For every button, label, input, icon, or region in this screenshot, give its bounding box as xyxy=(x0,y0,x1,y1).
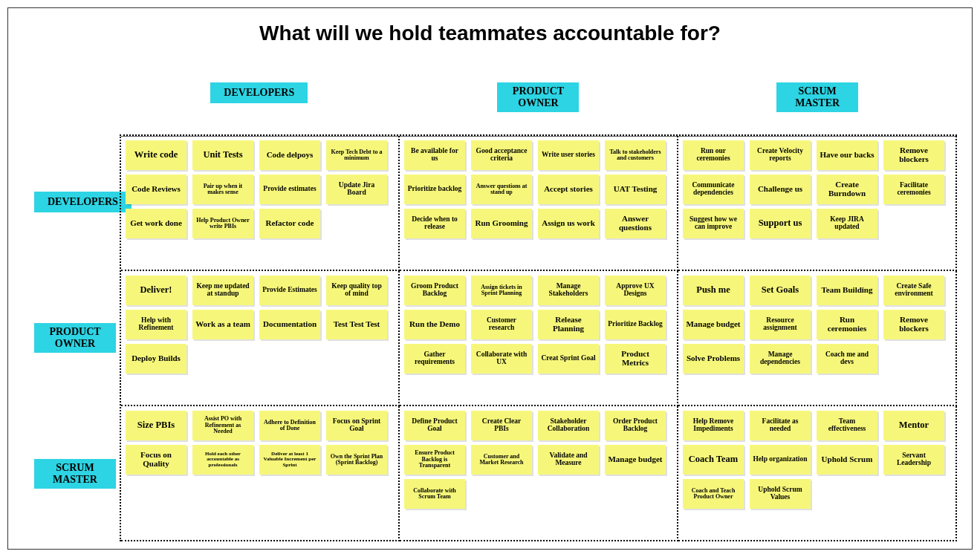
sticky-note: Deploy Builds xyxy=(126,344,186,374)
cell-sm-sm: Help Remove ImpedimentsFacilitate as nee… xyxy=(678,406,957,541)
sticky-note: Have our backs xyxy=(817,140,877,170)
sticky-note: Write user stories xyxy=(538,140,599,170)
diagram-title: What will we hold teammates accountable … xyxy=(8,22,972,45)
cell-sm-po: Define Product GoalCreate Clear PBIsStak… xyxy=(400,406,678,541)
sticky-note: Assign tickets in Sprint Planning xyxy=(471,276,532,305)
cell-sm-dev: Size PBIsAssist PO with Refinement as Ne… xyxy=(121,406,400,541)
sticky-note: Keep JIRA updated xyxy=(817,209,877,238)
sticky-note: Challenge us xyxy=(750,175,811,204)
row-header-label: PRODUCTOWNER xyxy=(34,323,116,353)
sticky-note: Remove blockers xyxy=(883,310,944,339)
sticky-note: Manage budget xyxy=(605,445,666,475)
sticky-note: Customer and Market Research xyxy=(471,445,532,475)
col-header-label: PRODUCTOWNER xyxy=(497,82,579,112)
sticky-note: Focus on Quality xyxy=(126,445,186,475)
sticky-note: Coach and Teach Product Owner xyxy=(683,479,744,509)
col-header-developers: DEVELOPERS xyxy=(120,82,399,134)
sticky-note: Size PBIs xyxy=(126,411,186,440)
sticky-note: Coach me and devs xyxy=(817,344,877,374)
sticky-note: Stakeholder Collaboration xyxy=(538,411,599,440)
sticky-note: Groom Product Backlog xyxy=(404,276,465,305)
sticky-note: Creat Sprint Goal xyxy=(538,344,599,374)
sticky-note: Help with Refinement xyxy=(126,310,186,339)
sticky-note: Create Burndown xyxy=(817,175,877,204)
row-header-product-owner: PRODUCTOWNER xyxy=(34,270,132,406)
sticky-note: Gather requirements xyxy=(404,344,465,374)
cell-po-po: Groom Product BacklogAssign tickets in S… xyxy=(400,271,678,406)
sticky-note: Uphold Scrum Values xyxy=(750,479,811,509)
sticky-note: Product Metrics xyxy=(605,344,666,374)
row-header-label: SCRUMMASTER xyxy=(34,459,116,489)
sticky-note: Keep quality top of mind xyxy=(326,276,387,305)
matrix-grid: Write codeUnit TestsCode delpoysKeep Tec… xyxy=(120,134,957,541)
sticky-note: Documentation xyxy=(259,310,320,339)
sticky-note: Collaborate with UX xyxy=(471,344,532,374)
sticky-note: Customer research xyxy=(471,310,532,339)
sticky-note: Manage budget xyxy=(683,310,744,339)
sticky-note: Assist PO with Refinement as Needed xyxy=(192,411,253,440)
cell-po-dev: Deliver!Keep me updated at standupProvid… xyxy=(121,271,400,406)
cell-po-sm: Push meSet GoalsTeam BuildingCreate Safe… xyxy=(678,271,957,406)
sticky-note: Deliver! xyxy=(126,276,186,305)
sticky-note: Hold each other accountable as professio… xyxy=(192,445,253,475)
sticky-note: Accept stories xyxy=(538,175,599,204)
sticky-note: Coach Team xyxy=(683,445,744,475)
sticky-note: Manage Stakeholders xyxy=(538,276,599,305)
sticky-note: Resource assignment xyxy=(750,310,811,339)
sticky-note: Prioritize Backlog xyxy=(605,310,666,339)
sticky-note: Run Grooming xyxy=(471,209,532,238)
sticky-note: UAT Testing xyxy=(605,175,666,204)
sticky-note: Uphold Scrum xyxy=(817,445,877,475)
sticky-note: Provide Estimates xyxy=(259,276,320,305)
sticky-note: Keep Tech Debt to a minimum xyxy=(326,140,387,170)
sticky-note: Create Velocity reports xyxy=(750,140,811,170)
diagram-frame: What will we hold teammates accountable … xyxy=(7,7,973,550)
row-header-label: DEVELOPERS xyxy=(34,192,132,212)
sticky-note: Pair up when it makes sense xyxy=(192,175,253,204)
sticky-note: Collaborate with Scrum Team xyxy=(404,479,465,509)
col-header-label: SCRUMMASTER xyxy=(776,82,858,112)
sticky-note: Good acceptance criteria xyxy=(471,140,532,170)
sticky-note: Order Product Backlog xyxy=(605,411,666,440)
sticky-note: Prioritize backlog xyxy=(404,175,465,204)
sticky-note: Manage dependencies xyxy=(750,344,811,374)
sticky-note: Push me xyxy=(683,276,744,305)
sticky-note: Keep me updated at standup xyxy=(192,276,253,305)
sticky-note: Update Jira Board xyxy=(326,175,387,204)
sticky-note: Code delpoys xyxy=(259,140,320,170)
sticky-note: Deliver at least 1 Valuable Increment pe… xyxy=(259,445,320,475)
sticky-note: Help Remove Impediments xyxy=(683,411,744,440)
sticky-note: Validate and Measure xyxy=(538,445,599,475)
row-header-scrum-master: SCRUMMASTER xyxy=(34,405,132,541)
sticky-note: Ensure Product Backlog is Transparent xyxy=(404,445,465,475)
sticky-note: Test Test Test xyxy=(326,310,387,339)
sticky-note: Work as a team xyxy=(192,310,253,339)
sticky-note: Release Planning xyxy=(538,310,599,339)
sticky-note: Run our ceremonies xyxy=(683,140,744,170)
row-headers: DEVELOPERS PRODUCTOWNER SCRUMMASTER xyxy=(34,134,120,541)
sticky-note: Help Product Owner write PBIs xyxy=(192,209,253,238)
matrix-wrap: DEVELOPERS PRODUCTOWNER SCRUMMASTER DEVE… xyxy=(38,82,957,541)
sticky-note: Run the Demo xyxy=(404,310,465,339)
sticky-note: Create Clear PBIs xyxy=(471,411,532,440)
sticky-note: Define Product Goal xyxy=(404,411,465,440)
sticky-note: Mentor xyxy=(883,411,944,440)
sticky-note: Facilitate as needed xyxy=(750,411,811,440)
sticky-note: Create Safe environment xyxy=(883,276,944,305)
sticky-note: Code Reviews xyxy=(126,175,186,204)
sticky-note: Unit Tests xyxy=(192,140,253,170)
row-header-developers: DEVELOPERS xyxy=(34,134,132,270)
column-headers: DEVELOPERS PRODUCTOWNER SCRUMMASTER xyxy=(120,82,957,134)
sticky-note: Assign us work xyxy=(538,209,599,238)
sticky-note: Decide when to release xyxy=(404,209,465,238)
sticky-note: Answer questions xyxy=(605,209,666,238)
col-header-label: DEVELOPERS xyxy=(210,82,308,103)
sticky-note: Refactor code xyxy=(259,209,320,238)
sticky-note: Support us xyxy=(750,209,811,238)
sticky-note: Focus on Sprint Goal xyxy=(326,411,387,440)
sticky-note: Write code xyxy=(126,140,186,170)
sticky-note: Be available for us xyxy=(404,140,465,170)
sticky-note: Get work done xyxy=(126,209,186,238)
col-header-product-owner: PRODUCTOWNER xyxy=(399,82,678,134)
cell-dev-po: Be available for usGood acceptance crite… xyxy=(400,136,678,271)
